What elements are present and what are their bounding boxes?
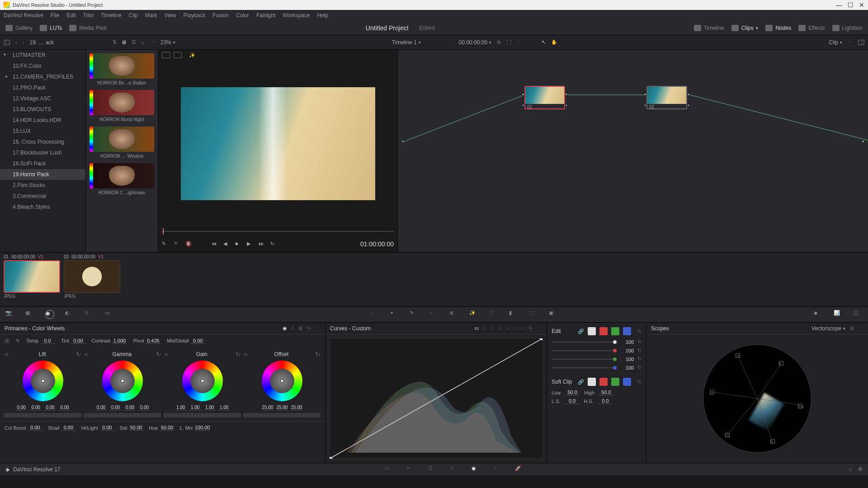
clip-thumbnail[interactable] — [4, 260, 60, 293]
sidebar-item[interactable]: 16. Cross Processing — [0, 136, 85, 147]
info-icon[interactable]: ⓘ — [854, 310, 863, 319]
wheel-picker-icon[interactable]: ⊹ — [5, 352, 9, 357]
reset-icon[interactable]: ↻ — [528, 325, 533, 331]
node-graph[interactable]: 01 02 — [398, 50, 868, 252]
menu-file[interactable]: File — [51, 12, 59, 19]
wheel-slider[interactable] — [5, 413, 81, 418]
deliver-page-icon[interactable]: 🚀 — [515, 465, 524, 474]
key-icon[interactable]: ▮ — [509, 310, 518, 319]
tint-value[interactable]: 0.00 — [71, 338, 85, 344]
viewer-scrubber[interactable] — [158, 227, 397, 236]
wheel-picker-icon[interactable]: ⊹ — [164, 352, 168, 357]
channel-r-chip[interactable] — [599, 327, 608, 335]
3d-icon[interactable]: ▣ — [549, 310, 558, 319]
channel-slider[interactable] — [552, 342, 617, 343]
more-icon[interactable]: ⋯ — [848, 39, 853, 45]
step-back-icon[interactable]: ◀ — [223, 241, 230, 247]
auto-icon[interactable]: Ⓐ — [5, 338, 9, 344]
menu-playback[interactable]: Playback — [183, 12, 205, 19]
temp-value[interactable]: 0.0 — [40, 338, 55, 344]
menu-davinci-resolve[interactable]: DaVinci Resolve — [4, 12, 43, 19]
clip-thumbnail[interactable] — [64, 260, 120, 293]
timeline-dropdown[interactable]: Timeline 1▾ — [392, 39, 421, 46]
loop-icon[interactable]: ↻ — [270, 241, 277, 247]
reset-icon[interactable]: ↻ — [307, 325, 311, 331]
prev-clip-icon[interactable]: ⏮ — [212, 241, 218, 247]
curves-mode-icon[interactable]: ○ — [498, 325, 501, 331]
clip-item[interactable]: 0100:00:00:00V1 JPEG — [4, 254, 60, 305]
pivot-value[interactable]: 0.435 — [146, 338, 160, 344]
lut-item[interactable]: HORROR Be…e Stalker — [90, 53, 154, 85]
node-input-dot[interactable] — [644, 93, 646, 96]
bypass-icon[interactable]: ⊘ — [497, 39, 501, 45]
wheel-picker-icon[interactable]: ⊹ — [84, 352, 88, 357]
sort-icon[interactable]: ⇅ — [113, 39, 117, 45]
menu-view[interactable]: View — [165, 12, 176, 19]
curves-mode-icon[interactable]: ○ — [483, 325, 486, 331]
softclip-y-chip[interactable] — [588, 378, 596, 386]
color-wheels-icon[interactable]: ◉ — [45, 310, 54, 319]
contrast-value[interactable]: 1.000 — [112, 338, 127, 344]
reset-icon[interactable]: ↻ — [637, 347, 642, 353]
flag-icon[interactable]: ⚑ — [174, 241, 180, 247]
tracking-icon[interactable]: ⊕ — [449, 310, 458, 319]
media-page-icon[interactable]: ▭ — [385, 465, 394, 474]
wheel-value[interactable]: 0.00 — [95, 405, 107, 410]
channel-b-chip[interactable] — [623, 327, 631, 335]
high-value[interactable]: 50.0 — [599, 389, 613, 395]
link-icon[interactable]: 🔗 — [578, 328, 584, 334]
sidebar-item[interactable]: 2.Film.Stocks — [0, 180, 85, 191]
shad-value[interactable]: 0.00 — [61, 425, 75, 431]
wheel-value[interactable]: 0.00 — [30, 405, 42, 410]
bars-mode-icon[interactable]: ⦀ — [292, 325, 294, 331]
color-page-icon[interactable]: ◉ — [472, 465, 481, 474]
home-icon[interactable]: ⌂ — [849, 466, 852, 472]
wheel-value[interactable]: 1.00 — [218, 405, 230, 410]
panel-icon[interactable] — [4, 39, 10, 46]
minimize-button[interactable]: — — [836, 1, 842, 9]
wheel-value[interactable]: 0.00 — [59, 405, 71, 410]
viewer-mode-icon[interactable] — [174, 52, 182, 58]
sidebar-item[interactable]: LUTMASTER — [0, 50, 85, 61]
more-icon[interactable]: ⋯ — [517, 39, 522, 45]
channel-value[interactable]: 100 — [620, 348, 634, 353]
timeline-button[interactable]: Timeline — [694, 25, 724, 31]
curves-mode-icon[interactable]: ○ — [506, 325, 509, 331]
luts-button[interactable]: LUTs — [40, 25, 62, 31]
mediapool-button[interactable]: Media Pool — [69, 25, 106, 31]
panel-icon[interactable] — [858, 39, 864, 46]
curves-editor[interactable] — [329, 338, 543, 459]
wheel-value[interactable]: 0.00 — [15, 405, 27, 410]
lut-thumbnail[interactable] — [90, 163, 154, 188]
curves-mode-icon[interactable]: ▭ — [474, 325, 479, 331]
menu-clip[interactable]: Clip — [128, 12, 138, 19]
hand-icon[interactable]: ✋ — [551, 39, 557, 45]
breadcrumb[interactable]: 19. … ack — [29, 39, 54, 46]
more-icon[interactable]: ⋯ — [150, 39, 155, 45]
sidebar-item[interactable]: 12.Vintage.ASC — [0, 93, 85, 104]
sidebar-item[interactable]: 18.SciFi Pack — [0, 158, 85, 169]
log-mode-icon[interactable]: ⊞ — [298, 325, 302, 331]
wheel-value[interactable]: 0.00 — [109, 405, 121, 410]
node[interactable]: 02 — [646, 86, 687, 109]
wheel-value[interactable]: 1.00 — [189, 405, 201, 410]
nav-fwd-icon[interactable]: › — [23, 40, 24, 45]
curves-mode-icon[interactable]: ○ — [514, 325, 517, 331]
edit-page-icon[interactable]: ☰ — [428, 465, 437, 474]
camera-raw-icon[interactable]: 📷 — [5, 310, 14, 319]
viewer-mode-icon[interactable] — [162, 52, 170, 58]
wheels-mode-icon[interactable]: ◉ — [283, 325, 287, 331]
lightbox-button[interactable]: Lightbox — [832, 25, 863, 31]
wheel-slider[interactable] — [164, 413, 241, 418]
wheel-slider[interactable] — [244, 413, 321, 418]
reset-icon[interactable]: ↻ — [637, 379, 642, 385]
more-icon[interactable]: ⋯ — [316, 325, 321, 331]
wheel-reset-icon[interactable]: ↻ — [236, 351, 241, 358]
wheel-reset-icon[interactable]: ↻ — [76, 351, 81, 358]
node-output-dot[interactable] — [565, 104, 568, 107]
graph-output-dot[interactable] — [862, 140, 864, 143]
magic-icon[interactable]: ✨ — [189, 52, 195, 58]
menu-trim[interactable]: Trim — [83, 12, 94, 19]
node-input-dot[interactable] — [522, 93, 524, 96]
channel-slider[interactable] — [552, 367, 617, 368]
